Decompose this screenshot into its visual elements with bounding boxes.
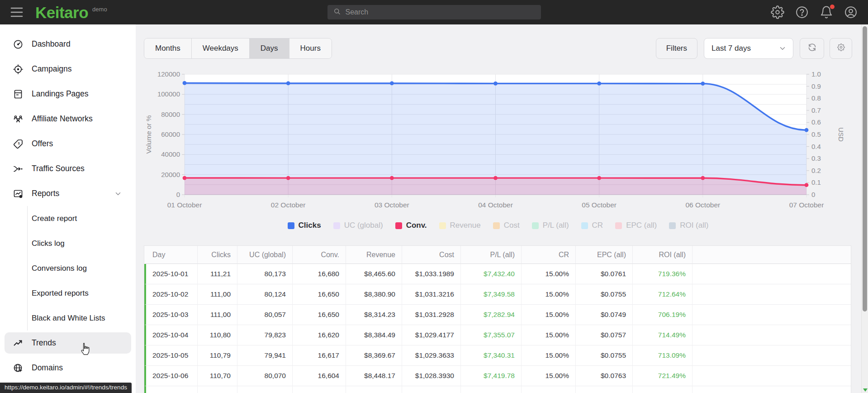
legend-item[interactable]: Cost <box>493 221 520 230</box>
data-point[interactable] <box>805 183 809 187</box>
svg-text:$: $ <box>18 141 20 145</box>
data-point[interactable] <box>597 176 601 180</box>
cell-pl: $7,340.31 <box>461 345 522 366</box>
col-header-clicks[interactable]: Clicks <box>198 246 237 264</box>
refresh-button[interactable] <box>800 38 824 59</box>
col-header-revenue[interactable]: Revenue <box>346 246 402 264</box>
data-point[interactable] <box>390 81 394 86</box>
col-header-filler <box>693 246 851 264</box>
data-point[interactable] <box>597 81 601 86</box>
granularity-tab[interactable]: Months <box>144 38 192 58</box>
col-header-epc[interactable]: EPC (all) <box>576 246 633 264</box>
sidebar-item-trends[interactable]: Trends <box>5 332 131 354</box>
sidebar-item-domains[interactable]: Domains <box>0 355 136 380</box>
col-header-cr[interactable]: CR <box>522 246 576 264</box>
main-content: Months Weekdays Days Hours Filters Last … <box>136 24 861 393</box>
table-row[interactable]: 2025-10-02 111,00 80,124 16,650 $8,380.9… <box>144 284 851 305</box>
table-row[interactable]: 2025-10-07 11,48 11,457 2,446 $1,233.34 … <box>144 386 851 393</box>
sidebar-item-traffic-sources[interactable]: Traffic Sources <box>0 156 136 181</box>
col-header-day[interactable]: Day <box>144 246 198 264</box>
cell-epc: $0.0757 <box>576 325 633 345</box>
data-point[interactable] <box>183 176 187 180</box>
legend-item[interactable]: CR <box>581 221 603 230</box>
sidebar-subitem[interactable]: Exported reports <box>28 281 136 306</box>
data-point[interactable] <box>183 81 187 85</box>
sidebar-subitem[interactable]: Create report <box>28 206 136 231</box>
legend-item[interactable]: Revenue <box>439 221 481 230</box>
chart-settings-button[interactable] <box>830 38 852 59</box>
legend-item[interactable]: P/L (all) <box>532 221 569 230</box>
cell-epc: $0.0755 <box>576 345 633 366</box>
col-header-uc[interactable]: UC (global) <box>237 246 293 264</box>
legend-item[interactable]: Conv. <box>395 221 427 230</box>
legend-item[interactable]: UC (global) <box>333 221 383 230</box>
data-point[interactable] <box>493 81 498 86</box>
legend-swatch <box>333 222 340 229</box>
sidebar-item-label: Reports <box>32 189 59 198</box>
cell-cr: 15.00% <box>522 325 576 345</box>
table-row[interactable]: 2025-10-01 111,21 80,173 16,680 $8,465.6… <box>144 264 851 284</box>
cell-revenue: $8,369.67 <box>346 345 402 366</box>
legend-swatch <box>439 222 446 229</box>
refresh-icon <box>807 43 817 54</box>
sidebar-subitem[interactable]: Conversions log <box>28 256 136 281</box>
scrollbar-thumb[interactable] <box>863 26 867 312</box>
cell-roi: 706.19% <box>633 305 693 325</box>
search-input[interactable] <box>346 8 536 16</box>
notifications-bell-icon[interactable] <box>820 5 834 19</box>
col-header-roi[interactable]: ROI (all) <box>633 246 693 264</box>
cell-roi: 721.49% <box>633 366 693 386</box>
table-row[interactable]: 2025-10-04 110,80 79,823 16,620 $8,384.4… <box>144 325 851 345</box>
cell-revenue: $8,380.90 <box>346 284 402 305</box>
data-point[interactable] <box>493 176 498 180</box>
y-axis-tick-label: 60000 <box>161 130 180 138</box>
filters-button[interactable]: Filters <box>656 38 697 59</box>
legend-item[interactable]: Clicks <box>288 221 321 230</box>
page-scrollbar[interactable] <box>861 24 868 393</box>
date-range-select[interactable]: Last 7 days <box>704 38 793 59</box>
table-row[interactable]: 2025-10-05 110,79 79,941 16,617 $8,369.6… <box>144 345 851 366</box>
data-point[interactable] <box>286 81 290 86</box>
legend-item[interactable]: ROI (all) <box>669 221 708 230</box>
traffic-split-icon <box>13 163 24 174</box>
col-header-conv[interactable]: Conv. <box>293 246 346 264</box>
right-axis-tick-label: 0.1 <box>811 178 821 186</box>
brand[interactable]: Keitaro demo <box>35 5 107 20</box>
cell-pl: $1,012.66 <box>461 386 522 393</box>
data-point[interactable] <box>390 176 394 180</box>
sidebar-item-landings[interactable]: Landings Pages <box>0 81 136 106</box>
sidebar-subitem[interactable]: Clicks log <box>28 231 136 256</box>
table-row[interactable]: 2025-10-06 110,70 80,070 16,604 $8,448.1… <box>144 366 851 386</box>
price-tag-icon: $ <box>13 139 24 149</box>
right-axis-title: USD <box>837 127 845 142</box>
cell-filler <box>693 345 851 366</box>
data-point[interactable] <box>701 176 705 180</box>
sidebar-item-offers[interactable]: $ Offers <box>0 131 136 156</box>
sidebar-item-affiliate-networks[interactable]: Affiliate Networks <box>0 106 136 131</box>
cell-revenue: $8,465.60 <box>346 264 402 284</box>
table-row[interactable]: 2025-10-03 111,00 80,057 16,650 $8,314.2… <box>144 305 851 325</box>
sidebar-item-campaigns[interactable]: Campaigns <box>0 57 136 81</box>
scroll-down-arrow-icon[interactable] <box>863 388 868 392</box>
account-icon[interactable] <box>844 5 858 19</box>
settings-gear-icon[interactable] <box>771 5 785 19</box>
data-point[interactable] <box>286 176 290 180</box>
global-search[interactable] <box>327 5 541 19</box>
trends-chart[interactable]: Volume or % USD 01 October02 October03 O… <box>144 68 852 216</box>
data-point[interactable] <box>805 128 809 132</box>
legend-item[interactable]: EPC (all) <box>615 221 657 230</box>
target-icon <box>13 64 24 75</box>
sidebar-item-dashboard[interactable]: Dashboard <box>0 32 136 57</box>
granularity-tab[interactable]: Days <box>250 38 289 58</box>
trends-chart-svg[interactable]: Volume or % USD 01 October02 October03 O… <box>144 68 845 214</box>
sidebar-subitem[interactable]: Black and White Lists <box>28 306 136 331</box>
cell-cost: $1,033.1989 <box>402 264 461 284</box>
col-header-pl[interactable]: P/L (all) <box>461 246 522 264</box>
col-header-cost[interactable]: Cost <box>402 246 461 264</box>
data-point[interactable] <box>701 81 705 86</box>
help-icon[interactable] <box>795 5 809 19</box>
granularity-tab[interactable]: Weekdays <box>192 38 250 58</box>
sidebar-item-reports[interactable]: Reports <box>0 181 136 206</box>
granularity-tab[interactable]: Hours <box>289 38 332 58</box>
hamburger-menu-icon[interactable] <box>10 6 24 19</box>
